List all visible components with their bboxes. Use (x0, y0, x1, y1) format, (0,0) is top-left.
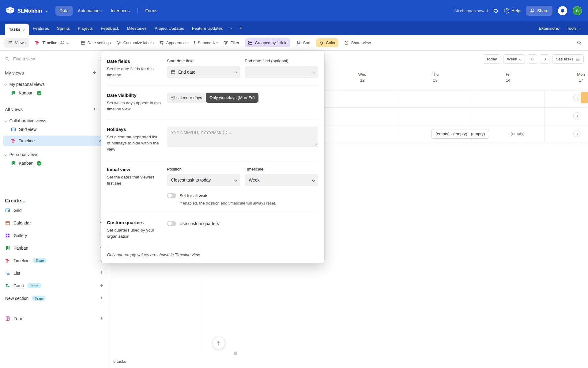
color-label: Color (326, 40, 335, 45)
tools-button[interactable]: Tools (567, 26, 581, 31)
tab-chevron-down-icon[interactable] (23, 28, 25, 31)
view-item-timeline-selected[interactable]: Timeline (3, 136, 106, 146)
today-button[interactable]: Today (483, 54, 501, 64)
collaborative-views-group[interactable]: Collaborative views (5, 118, 104, 123)
add-record-button[interactable]: + (213, 337, 225, 349)
add-icon[interactable]: + (100, 270, 103, 276)
current-view-switcher[interactable]: Timeline (35, 40, 69, 45)
add-icon[interactable]: + (100, 315, 103, 322)
personal-views-group[interactable]: Personal views (5, 152, 104, 157)
use-custom-quarters-toggle[interactable] (167, 221, 176, 226)
nav-automations[interactable]: Automations (74, 6, 106, 16)
next-period-button[interactable] (540, 54, 549, 64)
nav-interfaces[interactable]: Interfaces (107, 6, 134, 16)
record-card-trailing-label: · (empty) (508, 131, 525, 136)
add-table-button[interactable]: + (235, 21, 245, 35)
add-icon[interactable]: + (100, 282, 103, 289)
share-view-label: Share view (351, 40, 371, 45)
add-view-button[interactable]: + (93, 106, 96, 112)
date-settings-button[interactable]: Date settings (81, 40, 111, 45)
view-item-grid-view[interactable]: Grid view (3, 124, 106, 135)
summarize-button[interactable]: ƒSummarize (194, 40, 218, 45)
holidays-input[interactable] (167, 127, 318, 147)
view-item-kanban-personal[interactable]: Kanban s (3, 158, 106, 168)
position-select[interactable]: Closest task to today (167, 174, 240, 186)
create-gallery[interactable]: Gallery + (0, 229, 109, 242)
tab-feature-updates[interactable]: Feature Updates (188, 21, 227, 35)
tab-feedback[interactable]: Feedback (97, 21, 123, 35)
jump-to-record-button[interactable] (573, 94, 580, 101)
set-for-all-visits-toggle[interactable] (167, 193, 176, 198)
tab-milestones[interactable]: Milestones (123, 21, 151, 35)
create-gantt[interactable]: Gantt Team + (0, 279, 109, 292)
date-fields-section: Date fields Set the date fields for this… (107, 52, 318, 86)
color-button[interactable]: Color (316, 38, 338, 47)
add-my-view-button[interactable]: + (93, 70, 96, 76)
notifications-button[interactable] (558, 6, 567, 15)
my-personal-views-group[interactable]: My personal views (5, 82, 104, 87)
section-title: Date visibility (107, 93, 161, 98)
tab-tasks[interactable]: Tasks (5, 24, 29, 35)
find-view-input[interactable] (13, 56, 96, 62)
create-calendar[interactable]: Calendar + (0, 217, 109, 229)
summarize-icon: ƒ (194, 40, 196, 45)
timescale-select[interactable]: Week (245, 174, 318, 186)
create-grid[interactable]: Grid + (0, 204, 109, 217)
workspace-chevron-down-icon[interactable] (45, 10, 47, 12)
history-icon[interactable] (493, 8, 499, 13)
sort-button[interactable]: Sort (296, 40, 310, 45)
tab-project-updates[interactable]: Project Updates (151, 21, 188, 35)
record-card[interactable]: (empty) · (empty) · (empty) (431, 129, 489, 139)
tools-label: Tools (567, 26, 577, 31)
nav-data[interactable]: Data (55, 6, 73, 16)
user-avatar[interactable]: S (573, 6, 582, 15)
search-button[interactable] (577, 40, 584, 45)
end-date-field-select[interactable] (245, 66, 318, 78)
section-description: Set which days appear in this timeline v… (107, 100, 161, 112)
workspace-name[interactable]: SLMobbin (17, 8, 42, 14)
create-new-section[interactable]: New section Team + (0, 292, 109, 305)
filter-button[interactable]: Filter (224, 40, 239, 45)
help-label: Help (511, 8, 520, 13)
create-section-header[interactable]: Create... (5, 198, 103, 204)
jump-to-record-button[interactable] (573, 112, 580, 119)
nav-forms[interactable]: Forms (141, 6, 161, 16)
create-kanban[interactable]: Kanban + (0, 242, 109, 254)
create-timeline[interactable]: Timeline Team + (0, 254, 109, 267)
create-list[interactable]: List + (0, 267, 109, 279)
tab-projects[interactable]: Projects (74, 21, 97, 35)
start-date-field-select[interactable]: End date (167, 66, 240, 78)
tab-sprints[interactable]: Sprints (53, 21, 74, 35)
share-view-button[interactable]: Share view (344, 40, 371, 45)
horizontal-scrollbar-thumb[interactable] (234, 351, 237, 355)
tables-chevron-down-icon[interactable] (227, 21, 235, 35)
airtable-logo-icon[interactable] (6, 7, 14, 15)
timescale-select[interactable]: Week (503, 54, 525, 64)
date-column-header: Thu 13 (417, 72, 454, 82)
jump-to-record-button[interactable] (573, 130, 580, 137)
group-button[interactable]: Grouped by 1 field (245, 38, 290, 47)
view-item-kanban[interactable]: Kanban s (3, 88, 106, 98)
kanban-view-icon (11, 90, 16, 95)
table-tab-bar: Tasks Features Sprints Projects Feedback… (0, 21, 588, 35)
appearance-button[interactable]: Appearance (159, 40, 187, 45)
section-description: Set quarters used by your organization (107, 227, 161, 240)
group-label: Collaborative views (9, 118, 47, 123)
tab-features[interactable]: Features (29, 21, 53, 35)
timescale-value: Week (249, 178, 260, 182)
create-item-label: Gallery (13, 233, 27, 238)
all-calendar-days-option[interactable]: All calendar days (167, 93, 206, 103)
share-button[interactable]: Share (526, 6, 552, 16)
prev-period-button[interactable] (528, 54, 537, 64)
views-sidebar-toggle[interactable]: Views (4, 38, 29, 48)
create-form[interactable]: Form + (0, 312, 109, 325)
help-button[interactable]: ?Help (504, 8, 520, 13)
create-item-label: Form (13, 316, 24, 321)
see-tasks-button[interactable]: See tasks (552, 54, 584, 64)
add-icon[interactable]: + (100, 295, 103, 301)
clipped-record-bar[interactable] (581, 92, 588, 103)
position-label: Position (167, 167, 240, 171)
extensions-button[interactable]: Extensions (539, 26, 559, 31)
workdays-only-option[interactable]: Only workdays (Mon-Fri) (206, 93, 258, 103)
customize-labels-button[interactable]: Customize labels (116, 40, 153, 45)
